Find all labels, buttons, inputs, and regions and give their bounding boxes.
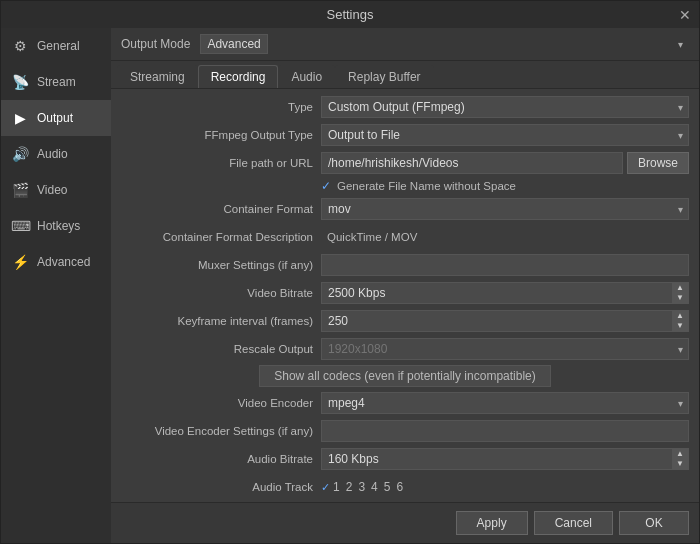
ffmpeg-output-type-control: Output to File: [321, 124, 689, 146]
video-bitrate-spinner: ▲ ▼: [321, 282, 689, 304]
video-encoder-settings-input[interactable]: [321, 420, 689, 442]
container-format-desc-row: Container Format Description QuickTime /…: [121, 225, 689, 249]
keyframe-interval-spinner-btns: ▲ ▼: [672, 311, 688, 331]
type-select[interactable]: Custom Output (FFmpeg): [321, 96, 689, 118]
output-mode-label: Output Mode: [121, 37, 190, 51]
tab-replay-buffer[interactable]: Replay Buffer: [335, 65, 434, 88]
tabs: Streaming Recording Audio Replay Buffer: [111, 61, 699, 89]
output-mode-bar: Output Mode Advanced Simple: [111, 28, 699, 61]
sidebar-label-hotkeys: Hotkeys: [37, 219, 80, 233]
sidebar-item-stream[interactable]: 📡 Stream: [1, 64, 111, 100]
container-format-desc-value: QuickTime / MOV: [321, 229, 423, 245]
track-5[interactable]: 5: [384, 480, 391, 494]
hotkeys-icon: ⌨: [11, 218, 29, 234]
ffmpeg-output-type-select-wrap: Output to File: [321, 124, 689, 146]
container-format-desc-label: Container Format Description: [121, 231, 321, 243]
generate-filename-row: ✓ Generate File Name without Space: [121, 179, 689, 193]
audio-bitrate-label: Audio Bitrate: [121, 453, 321, 465]
ffmpeg-output-type-label: FFmpeg Output Type: [121, 129, 321, 141]
sidebar: ⚙ General 📡 Stream ▶ Output 🔊 Audio 🎬 Vi…: [1, 28, 111, 543]
output-mode-select[interactable]: Advanced Simple: [200, 34, 268, 54]
stream-icon: 📡: [11, 74, 29, 90]
sidebar-item-hotkeys[interactable]: ⌨ Hotkeys: [1, 208, 111, 244]
browse-button[interactable]: Browse: [627, 152, 689, 174]
muxer-settings-label: Muxer Settings (if any): [121, 259, 321, 271]
track-nums: ✓ 1 2 3 4: [321, 480, 689, 494]
track-1[interactable]: ✓ 1: [321, 480, 340, 494]
container-format-label: Container Format: [121, 203, 321, 215]
keyframe-interval-row: Keyframe interval (frames) ▲ ▼: [121, 309, 689, 333]
keyframe-interval-input[interactable]: [321, 310, 689, 332]
tab-audio[interactable]: Audio: [278, 65, 335, 88]
video-encoder-settings-row: Video Encoder Settings (if any): [121, 419, 689, 443]
file-path-label: File path or URL: [121, 157, 321, 169]
sidebar-item-advanced[interactable]: ⚡ Advanced: [1, 244, 111, 280]
ffmpeg-output-type-row: FFmpeg Output Type Output to File: [121, 123, 689, 147]
container-format-row: Container Format mov: [121, 197, 689, 221]
rescale-output-control: [321, 338, 689, 360]
file-path-row: File path or URL Browse: [121, 151, 689, 175]
tab-recording[interactable]: Recording: [198, 65, 279, 88]
video-bitrate-control: ▲ ▼: [321, 282, 689, 304]
sidebar-item-video[interactable]: 🎬 Video: [1, 172, 111, 208]
show-codecs-button[interactable]: Show all codecs (even if potentially inc…: [259, 365, 550, 387]
audio-bitrate-row: Audio Bitrate ▲ ▼: [121, 447, 689, 471]
rescale-output-select-wrap: [321, 338, 689, 360]
rescale-output-label: Rescale Output: [121, 343, 321, 355]
sidebar-item-general[interactable]: ⚙ General: [1, 28, 111, 64]
keyframe-interval-spinner: ▲ ▼: [321, 310, 689, 332]
main-panel: Output Mode Advanced Simple Streaming Re…: [111, 28, 699, 543]
video-bitrate-up[interactable]: ▲: [672, 283, 688, 293]
video-encoder-select[interactable]: mpeg4: [321, 392, 689, 414]
ffmpeg-output-type-select[interactable]: Output to File: [321, 124, 689, 146]
video-bitrate-down[interactable]: ▼: [672, 293, 688, 303]
sidebar-item-audio[interactable]: 🔊 Audio: [1, 136, 111, 172]
apply-button[interactable]: Apply: [456, 511, 528, 535]
audio-bitrate-spinner-btns: ▲ ▼: [672, 449, 688, 469]
audio-bitrate-spinner: ▲ ▼: [321, 448, 689, 470]
track-3[interactable]: 3: [358, 480, 365, 494]
close-button[interactable]: ✕: [679, 7, 691, 23]
sidebar-item-output[interactable]: ▶ Output: [1, 100, 111, 136]
audio-bitrate-up[interactable]: ▲: [672, 449, 688, 459]
video-bitrate-input[interactable]: [321, 282, 689, 304]
file-path-input[interactable]: [321, 152, 623, 174]
generate-filename-label: ✓ Generate File Name without Space: [321, 179, 516, 193]
muxer-settings-input[interactable]: [321, 254, 689, 276]
cancel-button[interactable]: Cancel: [534, 511, 613, 535]
sidebar-label-video: Video: [37, 183, 67, 197]
sidebar-label-output: Output: [37, 111, 73, 125]
content-area: ⚙ General 📡 Stream ▶ Output 🔊 Audio 🎬 Vi…: [1, 28, 699, 543]
track-1-check: ✓: [321, 481, 330, 494]
audio-track-control: ✓ 1 2 3 4: [321, 480, 689, 494]
keyframe-interval-up[interactable]: ▲: [672, 311, 688, 321]
settings-dialog: Settings ✕ ⚙ General 📡 Stream ▶ Output 🔊…: [0, 0, 700, 544]
keyframe-interval-control: ▲ ▼: [321, 310, 689, 332]
keyframe-interval-down[interactable]: ▼: [672, 321, 688, 331]
muxer-settings-control: [321, 254, 689, 276]
audio-bitrate-down[interactable]: ▼: [672, 459, 688, 469]
sidebar-label-advanced: Advanced: [37, 255, 90, 269]
track-2[interactable]: 2: [346, 480, 353, 494]
ok-button[interactable]: OK: [619, 511, 689, 535]
type-control: Custom Output (FFmpeg): [321, 96, 689, 118]
title-bar: Settings ✕: [1, 1, 699, 28]
file-path-control: Browse: [321, 152, 689, 174]
audio-track-label: Audio Track: [121, 481, 321, 493]
keyframe-interval-label: Keyframe interval (frames): [121, 315, 321, 327]
video-bitrate-row: Video Bitrate ▲ ▼: [121, 281, 689, 305]
video-encoder-select-wrap: mpeg4: [321, 392, 689, 414]
audio-bitrate-input[interactable]: [321, 448, 689, 470]
track-4[interactable]: 4: [371, 480, 378, 494]
track-6[interactable]: 6: [396, 480, 403, 494]
type-row: Type Custom Output (FFmpeg): [121, 95, 689, 119]
footer: Apply Cancel OK: [111, 502, 699, 543]
rescale-output-input[interactable]: [321, 338, 689, 360]
container-format-select[interactable]: mov: [321, 198, 689, 220]
tab-streaming[interactable]: Streaming: [117, 65, 198, 88]
video-encoder-row: Video Encoder mpeg4: [121, 391, 689, 415]
muxer-settings-row: Muxer Settings (if any): [121, 253, 689, 277]
video-bitrate-spinner-btns: ▲ ▼: [672, 283, 688, 303]
output-mode-select-wrapper: Advanced Simple: [200, 34, 689, 54]
form-area: Type Custom Output (FFmpeg) FFmpeg Outpu…: [111, 89, 699, 502]
